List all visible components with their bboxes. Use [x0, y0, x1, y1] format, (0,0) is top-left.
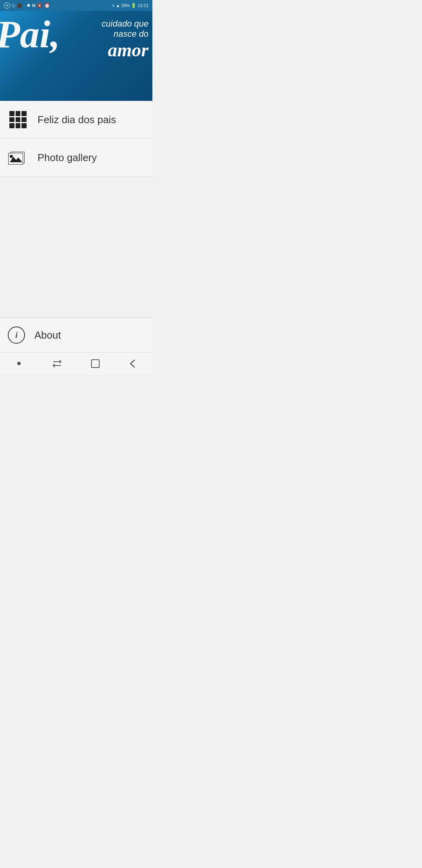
hero-line1: cuidado que	[102, 19, 148, 29]
about-label: About	[34, 329, 61, 341]
pi-icon: π	[4, 2, 10, 9]
nav-overview-button[interactable]	[84, 353, 107, 375]
swap-icon	[52, 360, 62, 368]
back-icon	[129, 359, 138, 368]
nav-recent-button[interactable]	[45, 353, 69, 375]
menu-item-photo-gallery[interactable]: Photo gallery	[0, 139, 152, 177]
status-bar-right: ∿ ▲ 29% 🔋 13:11	[111, 3, 148, 8]
clock: 13:11	[138, 3, 148, 8]
signal-icon: ▲	[116, 3, 120, 8]
about-section[interactable]: i About	[0, 318, 152, 352]
wifi-icon: ∿	[111, 3, 115, 8]
bluetooth-icon: ✹	[27, 3, 30, 8]
mute-icon: 🔇	[37, 3, 43, 8]
nav-home-button[interactable]	[7, 353, 31, 375]
dropbox-icon: ◇	[12, 3, 15, 8]
dot-icon: ·	[24, 3, 25, 8]
instagram-icon: ⬛	[17, 3, 22, 8]
gallery-icon	[8, 147, 28, 168]
home-dot-icon	[17, 362, 21, 365]
hero-line3: amor	[102, 39, 148, 61]
menu-item-feliz-dia[interactable]: Feliz dia dos pais	[0, 101, 152, 139]
hero-main-text: Pai,	[0, 15, 60, 54]
info-icon: i	[8, 326, 25, 344]
photo-gallery-label: Photo gallery	[38, 152, 97, 164]
content-area: Feliz dia dos pais Photo gallery	[0, 101, 152, 374]
battery-icon: 🔋	[131, 3, 136, 8]
battery-percent: 29%	[121, 3, 130, 8]
nfc-icon: N	[32, 3, 35, 8]
status-bar-left: π ◇ ⬛ · ✹ N 🔇 ⏰	[4, 2, 50, 9]
square-icon	[91, 359, 100, 368]
nav-back-button[interactable]	[122, 353, 145, 375]
content-spacer	[0, 177, 152, 317]
status-bar: π ◇ ⬛ · ✹ N 🔇 ⏰ ∿ ▲ 29% 🔋 13:11	[0, 0, 152, 11]
bottom-nav	[0, 352, 152, 374]
svg-point-4	[10, 155, 13, 158]
svg-rect-3	[9, 153, 23, 164]
hero-line2: nasce do	[102, 29, 148, 39]
grid-icon	[8, 109, 28, 130]
hero-right-text: cuidado que nasce do amor	[102, 19, 148, 61]
hero-banner: Pai, cuidado que nasce do amor	[0, 11, 152, 101]
alarm-icon: ⏰	[44, 3, 50, 8]
feliz-dia-label: Feliz dia dos pais	[38, 114, 116, 126]
menu-list: Feliz dia dos pais Photo gallery	[0, 101, 152, 177]
